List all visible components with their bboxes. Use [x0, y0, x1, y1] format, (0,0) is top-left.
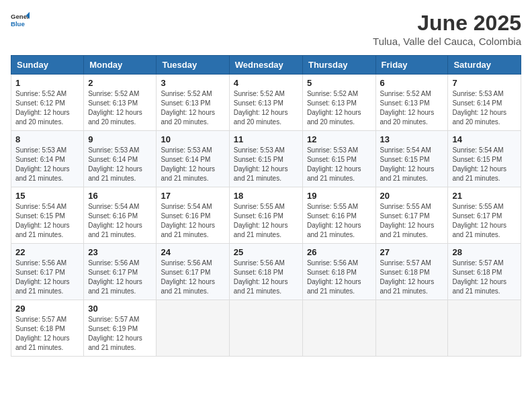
calendar-cell	[157, 300, 229, 357]
day-number: 25	[234, 247, 298, 257]
day-number: 16	[88, 191, 152, 201]
calendar-cell	[375, 300, 448, 357]
generalblue-logo-icon: General Blue	[11, 11, 30, 30]
calendar-cell: 22Sunrise: 5:56 AMSunset: 6:17 PMDayligh…	[11, 244, 84, 300]
calendar-cell: 19Sunrise: 5:55 AMSunset: 6:16 PMDayligh…	[302, 187, 375, 244]
calendar-header-row: SundayMondayTuesdayWednesdayThursdayFrid…	[11, 56, 521, 75]
calendar-cell: 29Sunrise: 5:57 AMSunset: 6:18 PMDayligh…	[11, 300, 84, 357]
column-header-saturday: Saturday	[448, 56, 521, 75]
calendar-cell: 12Sunrise: 5:53 AMSunset: 6:15 PMDayligh…	[302, 131, 375, 187]
day-info: Sunrise: 5:56 AMSunset: 6:17 PMDaylight:…	[161, 259, 224, 296]
day-number: 29	[15, 304, 79, 314]
calendar-week-row: 1Sunrise: 5:52 AMSunset: 6:12 PMDaylight…	[11, 75, 521, 131]
calendar-cell: 10Sunrise: 5:53 AMSunset: 6:14 PMDayligh…	[157, 131, 229, 187]
calendar-week-row: 22Sunrise: 5:56 AMSunset: 6:17 PMDayligh…	[11, 244, 521, 300]
day-info: Sunrise: 5:54 AMSunset: 6:15 PMDaylight:…	[15, 202, 79, 240]
day-info: Sunrise: 5:57 AMSunset: 6:18 PMDaylight:…	[380, 259, 444, 296]
calendar-week-row: 15Sunrise: 5:54 AMSunset: 6:15 PMDayligh…	[11, 187, 521, 244]
day-info: Sunrise: 5:57 AMSunset: 6:18 PMDaylight:…	[15, 315, 79, 353]
day-info: Sunrise: 5:53 AMSunset: 6:14 PMDaylight:…	[161, 146, 224, 183]
calendar-cell: 28Sunrise: 5:57 AMSunset: 6:18 PMDayligh…	[448, 244, 521, 300]
calendar-cell: 15Sunrise: 5:54 AMSunset: 6:15 PMDayligh…	[11, 187, 84, 244]
calendar-cell: 17Sunrise: 5:54 AMSunset: 6:16 PMDayligh…	[157, 187, 229, 244]
calendar-cell: 6Sunrise: 5:52 AMSunset: 6:13 PMDaylight…	[375, 75, 448, 131]
calendar-cell: 21Sunrise: 5:55 AMSunset: 6:17 PMDayligh…	[448, 187, 521, 244]
title-area: June 2025 Tulua, Valle del Cauca, Colomb…	[373, 11, 521, 47]
column-header-friday: Friday	[375, 56, 448, 75]
logo: General Blue	[11, 11, 30, 30]
day-number: 23	[88, 247, 152, 257]
day-info: Sunrise: 5:53 AMSunset: 6:14 PMDaylight:…	[88, 146, 152, 183]
day-number: 2	[88, 78, 152, 88]
day-info: Sunrise: 5:53 AMSunset: 6:14 PMDaylight:…	[15, 146, 79, 183]
day-info: Sunrise: 5:55 AMSunset: 6:17 PMDaylight:…	[452, 202, 517, 240]
day-number: 21	[452, 191, 517, 201]
day-info: Sunrise: 5:53 AMSunset: 6:15 PMDaylight:…	[234, 146, 298, 183]
day-info: Sunrise: 5:56 AMSunset: 6:17 PMDaylight:…	[15, 259, 79, 296]
day-number: 1	[15, 78, 79, 88]
day-number: 26	[307, 247, 371, 257]
day-info: Sunrise: 5:52 AMSunset: 6:13 PMDaylight:…	[234, 89, 298, 127]
calendar-cell: 30Sunrise: 5:57 AMSunset: 6:19 PMDayligh…	[84, 300, 157, 357]
day-number: 9	[88, 134, 152, 144]
day-number: 22	[15, 247, 79, 257]
day-info: Sunrise: 5:53 AMSunset: 6:14 PMDaylight:…	[452, 89, 517, 127]
day-info: Sunrise: 5:53 AMSunset: 6:15 PMDaylight:…	[307, 146, 371, 183]
svg-text:General: General	[11, 13, 30, 20]
day-number: 15	[15, 191, 79, 201]
day-info: Sunrise: 5:55 AMSunset: 6:16 PMDaylight:…	[234, 202, 298, 240]
day-info: Sunrise: 5:56 AMSunset: 6:18 PMDaylight:…	[307, 259, 371, 296]
day-number: 12	[307, 134, 371, 144]
calendar-cell: 27Sunrise: 5:57 AMSunset: 6:18 PMDayligh…	[375, 244, 448, 300]
day-number: 11	[234, 134, 298, 144]
calendar-cell: 13Sunrise: 5:54 AMSunset: 6:15 PMDayligh…	[375, 131, 448, 187]
svg-text:Blue: Blue	[11, 20, 25, 28]
calendar-week-row: 8Sunrise: 5:53 AMSunset: 6:14 PMDaylight…	[11, 131, 521, 187]
day-info: Sunrise: 5:52 AMSunset: 6:12 PMDaylight:…	[15, 89, 79, 127]
calendar-cell: 18Sunrise: 5:55 AMSunset: 6:16 PMDayligh…	[229, 187, 302, 244]
calendar-cell: 24Sunrise: 5:56 AMSunset: 6:17 PMDayligh…	[157, 244, 229, 300]
day-number: 4	[234, 78, 298, 88]
calendar-cell: 23Sunrise: 5:56 AMSunset: 6:17 PMDayligh…	[84, 244, 157, 300]
day-number: 30	[88, 304, 152, 314]
calendar-cell: 16Sunrise: 5:54 AMSunset: 6:16 PMDayligh…	[84, 187, 157, 244]
calendar-cell: 8Sunrise: 5:53 AMSunset: 6:14 PMDaylight…	[11, 131, 84, 187]
day-number: 5	[307, 78, 371, 88]
column-header-sunday: Sunday	[11, 56, 84, 75]
day-number: 20	[380, 191, 444, 201]
calendar-cell: 20Sunrise: 5:55 AMSunset: 6:17 PMDayligh…	[375, 187, 448, 244]
calendar-cell: 4Sunrise: 5:52 AMSunset: 6:13 PMDaylight…	[229, 75, 302, 131]
calendar-cell: 3Sunrise: 5:52 AMSunset: 6:13 PMDaylight…	[157, 75, 229, 131]
day-number: 27	[380, 247, 444, 257]
day-info: Sunrise: 5:57 AMSunset: 6:18 PMDaylight:…	[452, 259, 517, 296]
day-info: Sunrise: 5:54 AMSunset: 6:16 PMDaylight:…	[88, 202, 152, 240]
day-number: 3	[161, 78, 224, 88]
column-header-wednesday: Wednesday	[229, 56, 302, 75]
column-header-tuesday: Tuesday	[157, 56, 229, 75]
day-info: Sunrise: 5:57 AMSunset: 6:19 PMDaylight:…	[88, 315, 152, 353]
day-info: Sunrise: 5:52 AMSunset: 6:13 PMDaylight:…	[161, 89, 224, 127]
day-number: 24	[161, 247, 224, 257]
calendar-cell: 14Sunrise: 5:54 AMSunset: 6:15 PMDayligh…	[448, 131, 521, 187]
column-header-thursday: Thursday	[302, 56, 375, 75]
day-info: Sunrise: 5:54 AMSunset: 6:15 PMDaylight:…	[380, 146, 444, 183]
day-info: Sunrise: 5:55 AMSunset: 6:17 PMDaylight:…	[380, 202, 444, 240]
day-info: Sunrise: 5:56 AMSunset: 6:18 PMDaylight:…	[234, 259, 298, 296]
day-info: Sunrise: 5:56 AMSunset: 6:17 PMDaylight:…	[88, 259, 152, 296]
calendar-cell	[302, 300, 375, 357]
day-number: 18	[234, 191, 298, 201]
calendar-cell: 9Sunrise: 5:53 AMSunset: 6:14 PMDaylight…	[84, 131, 157, 187]
day-info: Sunrise: 5:52 AMSunset: 6:13 PMDaylight:…	[88, 89, 152, 127]
day-info: Sunrise: 5:55 AMSunset: 6:16 PMDaylight:…	[307, 202, 371, 240]
calendar-cell	[229, 300, 302, 357]
day-number: 8	[15, 134, 79, 144]
calendar-cell: 7Sunrise: 5:53 AMSunset: 6:14 PMDaylight…	[448, 75, 521, 131]
calendar-cell: 1Sunrise: 5:52 AMSunset: 6:12 PMDaylight…	[11, 75, 84, 131]
calendar-week-row: 29Sunrise: 5:57 AMSunset: 6:18 PMDayligh…	[11, 300, 521, 357]
day-number: 13	[380, 134, 444, 144]
day-number: 17	[161, 191, 224, 201]
day-number: 28	[452, 247, 517, 257]
day-number: 14	[452, 134, 517, 144]
day-number: 10	[161, 134, 224, 144]
day-info: Sunrise: 5:54 AMSunset: 6:15 PMDaylight:…	[452, 146, 517, 183]
